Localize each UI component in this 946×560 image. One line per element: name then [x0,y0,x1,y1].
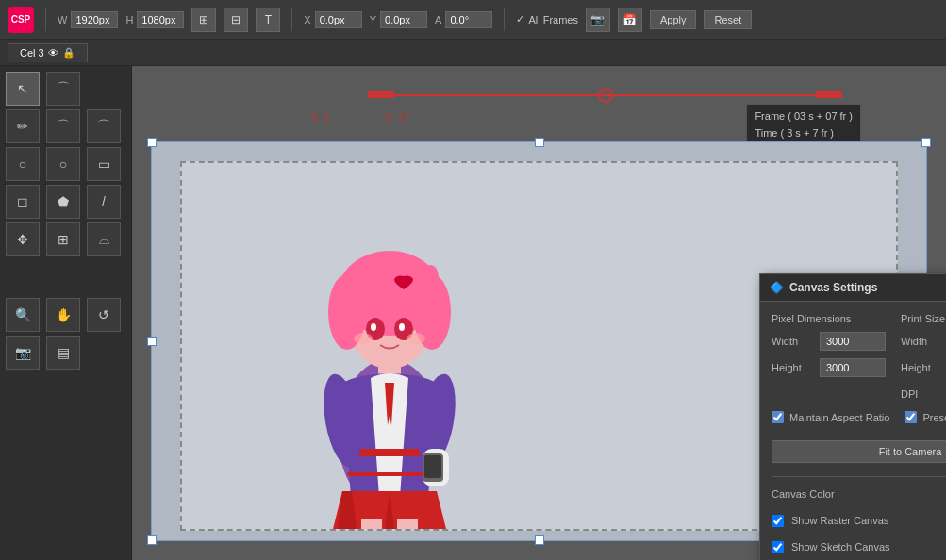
frame-text-box: Frame ( 03 s + 07 fr ) Time ( 3 s + 7 fr… [746,104,861,146]
dpi-label: DPI [901,388,943,400]
toolbar-sep2 [291,8,292,31]
canvas-settings-dialog: 🔷 Canvas Settings ✕ Pixel Dimensions Wid… [759,273,946,560]
fill-tool[interactable]: ⬟ [46,185,80,219]
y-value: 0.0px [380,11,427,28]
canvas-color-label: Canvas Color [772,488,946,500]
preserve-pixels-row: Preserve Pixels [905,411,946,423]
print-width-label: Width [901,336,943,347]
maintain-aspect-label[interactable]: Maintain Aspect Ratio [789,412,889,423]
frame-rect-right [816,91,842,98]
angle-item: A 0.0° [435,11,492,28]
dialog-title-text: Canvas Settings [789,281,877,294]
grid-icon-btn[interactable]: ⊟ [224,8,248,32]
show-sketch-checkbox[interactable] [772,541,784,553]
select-tool[interactable]: ↖ [6,72,40,106]
dialog-title: 🔷 Canvas Settings [770,281,877,294]
show-raster-checkbox[interactable] [772,515,784,527]
lasso-tool[interactable]: ⌒ [46,72,80,106]
canvas-area: #. 3 C. 17 Frame ( 03 s + 07 fr ) Time (… [132,66,946,560]
svg-point-9 [354,333,373,344]
pixel-width-input[interactable] [820,332,886,351]
preserve-pixels-label[interactable]: Preserve Pixels [922,412,946,423]
layer-icon-tool[interactable]: ▤ [46,336,80,370]
all-frames-item[interactable]: ✓ All Frames [516,13,578,25]
camera-tool[interactable]: 📷 [6,336,40,370]
width-value: 1920px [71,11,118,28]
preserve-pixels-checkbox[interactable] [905,411,917,423]
checkboxes-row: Maintain Aspect Ratio Preserve Pixels [772,411,946,429]
frame-label: Frame ( 03 s + 07 fr ) [755,108,853,125]
print-size-title: Print Size [901,313,946,324]
svg-rect-18 [424,455,441,478]
spline-tool[interactable]: ⌓ [87,222,121,256]
svg-point-10 [407,333,425,344]
maintain-aspect-checkbox[interactable] [772,411,784,423]
angle-label: A [435,14,441,25]
pencil-tool[interactable]: ✏ [6,109,40,143]
tab-bar: Cel 3 👁 🔒 [0,40,946,66]
text-icon-btn[interactable]: T [256,8,280,32]
maintain-aspect-row: Maintain Aspect Ratio [772,411,889,423]
rect-tool[interactable]: ▭ [87,147,121,181]
undo-rotate-tool[interactable]: ↺ [87,298,121,332]
brush-tool[interactable]: ⌒ [46,109,80,143]
svg-rect-20 [397,519,418,529]
pixel-height-label: Height [772,362,814,373]
dialog-title-bar: 🔷 Canvas Settings ✕ [760,274,946,302]
circle-tool[interactable]: ○ [6,147,40,181]
extra-tool[interactable]: ⌒ [87,109,121,143]
move-tool[interactable]: ✥ [6,222,40,256]
svg-rect-13 [347,472,432,476]
hand-tool[interactable]: ✋ [46,298,80,332]
all-frames-label: All Frames [528,14,578,25]
reset-button[interactable]: Reset [704,10,752,29]
height-label: H [125,14,133,25]
handle-bm[interactable] [535,535,544,545]
pixel-height-input[interactable] [820,358,886,377]
transform-tool[interactable]: ⊞ [46,222,80,256]
character-svg [257,171,522,529]
print-size-col: Print Size Width cm mm in px [901,313,946,411]
dropper-tool[interactable]: / [87,185,121,219]
camera-icon-btn[interactable]: 📷 [586,8,610,32]
top-toolbar: CSP W 1920px H 1080px ⊞ ⊟ T X 0.0px Y 0.… [0,0,946,40]
tab-label: Cel 3 [20,47,44,58]
x-label: X [304,14,310,25]
handle-tr[interactable] [921,138,931,147]
apply-button[interactable]: Apply [650,10,697,29]
frame-icon-btn[interactable]: ⊞ [191,8,216,32]
x-item: X 0.0px [304,11,361,28]
sketch-canvas-row: Show Sketch Canvas Default [772,537,946,556]
dimensions-section: Pixel Dimensions Width Height Print Size [772,313,946,411]
left-toolbar: ↖ ⌒ ✏ ⌒ ⌒ ○ ○ ▭ ◻ ⬟ / ✥ ⊞ ⌓ 🔍 ✋ ↺ 📷 ▤ [0,66,132,560]
handle-tm[interactable] [535,138,544,147]
svg-rect-19 [361,519,382,529]
handle-bl[interactable] [147,535,157,545]
show-raster-label[interactable]: Show Raster Canvas [791,515,946,526]
fit-to-camera-button[interactable]: Fit to Camera [772,440,946,463]
eraser-tool[interactable]: ◻ [6,185,40,219]
svg-point-8 [399,323,405,331]
eye-icon: 👁 [48,47,58,58]
angle-value: 0.0° [445,11,492,28]
raster-canvas-row: Show Raster Canvas Default [772,511,946,530]
zoom-tool[interactable]: 🔍 [6,298,40,332]
pixel-dimensions-title: Pixel Dimensions [772,313,886,324]
dialog-divider [772,476,946,477]
dpi-row: DPI cm in [901,385,946,404]
handle-lm[interactable] [147,337,157,346]
ellipse-tool[interactable]: ○ [46,147,80,181]
pixel-width-label: Width [772,336,814,347]
cel3-tab[interactable]: Cel 3 👁 🔒 [8,43,88,62]
app-icon: CSP [8,7,34,33]
handle-tl[interactable] [147,138,157,147]
toolbar-sep3 [504,8,505,31]
y-item: Y 0.0px [370,11,427,28]
calendar-icon-btn[interactable]: 📅 [618,8,642,32]
pixel-dimensions-col: Pixel Dimensions Width Height [772,313,886,411]
height-value: 1080px [137,11,184,28]
time-label: Time ( 3 s + 7 fr ) [755,125,853,142]
show-sketch-label[interactable]: Show Sketch Canvas [791,541,946,552]
anime-character [257,171,522,529]
width-label: W [58,14,67,25]
